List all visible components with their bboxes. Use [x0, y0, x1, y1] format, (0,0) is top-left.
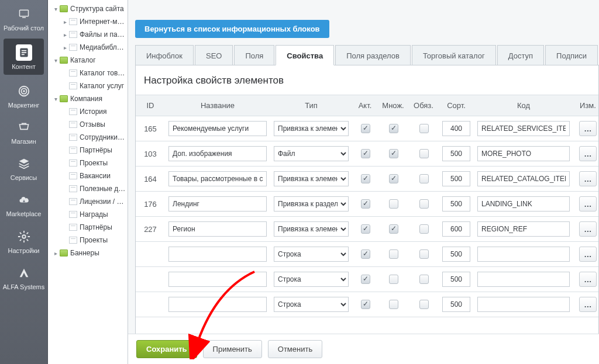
tree-node[interactable]: Награды — [49, 208, 128, 221]
save-button[interactable]: Сохранить — [136, 340, 197, 358]
back-to-list-button[interactable]: Вернуться в список информационных блоков — [135, 20, 329, 38]
req-checkbox[interactable] — [419, 249, 429, 259]
req-checkbox[interactable] — [419, 224, 429, 234]
sort-input[interactable] — [442, 247, 470, 262]
tree-node[interactable]: Партнёры — [49, 221, 128, 234]
tree-twist-icon[interactable]: ▾ — [51, 95, 60, 103]
code-input[interactable] — [477, 146, 570, 161]
tree-twist-icon[interactable]: ▾ — [51, 56, 60, 64]
act-checkbox[interactable] — [361, 224, 370, 234]
tree-twist-icon[interactable]: ▸ — [61, 30, 69, 39]
name-input[interactable] — [168, 247, 267, 262]
req-checkbox[interactable] — [419, 149, 429, 158]
type-select[interactable]: СтрокаФайлПривязка к элементамПривязка к… — [274, 297, 349, 312]
tree-node[interactable]: Отзывы — [49, 118, 128, 131]
tab-4[interactable]: Поля разделов — [335, 45, 411, 65]
tree-node[interactable]: ▾Компания — [49, 92, 128, 105]
sort-input[interactable] — [442, 121, 470, 136]
tree-node[interactable]: ▸Баннеры — [49, 247, 128, 259]
act-checkbox[interactable] — [361, 124, 370, 133]
tree-twist-icon[interactable]: ▾ — [51, 5, 60, 13]
req-checkbox[interactable] — [419, 275, 429, 284]
tab-2[interactable]: Поля — [234, 45, 274, 65]
nav-item-content[interactable]: Контент — [4, 39, 44, 75]
mult-checkbox[interactable] — [389, 249, 398, 259]
name-input[interactable] — [168, 146, 267, 161]
type-select[interactable]: СтрокаФайлПривязка к элементамПривязка к… — [274, 221, 349, 237]
name-input[interactable] — [168, 171, 267, 186]
name-input[interactable] — [168, 196, 267, 212]
act-checkbox[interactable] — [361, 275, 370, 284]
apply-button[interactable]: Применить — [203, 340, 262, 358]
nav-item-settings[interactable]: Настройки — [0, 223, 47, 259]
edit-button[interactable]: … — [579, 196, 597, 212]
nav-item-marketplace[interactable]: Marketplace — [0, 186, 47, 222]
req-checkbox[interactable] — [419, 300, 429, 309]
req-checkbox[interactable] — [419, 124, 429, 133]
edit-button[interactable]: … — [579, 272, 597, 287]
act-checkbox[interactable] — [361, 199, 370, 209]
tab-3[interactable]: Свойства — [276, 45, 334, 65]
edit-button[interactable]: … — [579, 297, 597, 312]
code-input[interactable] — [477, 272, 570, 287]
sort-input[interactable] — [442, 171, 470, 186]
act-checkbox[interactable] — [361, 300, 370, 309]
name-input[interactable] — [168, 297, 267, 312]
req-checkbox[interactable] — [419, 199, 429, 209]
tree-node[interactable]: Полезные документы — [49, 182, 128, 195]
act-checkbox[interactable] — [361, 149, 370, 158]
tab-5[interactable]: Торговый каталог — [412, 45, 496, 65]
tree-twist-icon[interactable]: ▸ — [51, 249, 60, 257]
name-input[interactable] — [168, 272, 267, 287]
tab-7[interactable]: Подписи — [545, 45, 598, 65]
tab-6[interactable]: Доступ — [497, 45, 544, 65]
nav-item-desktop[interactable]: Рабочий стол — [0, 0, 47, 36]
tree-twist-icon[interactable]: ▸ — [61, 18, 69, 26]
mult-checkbox[interactable] — [389, 224, 398, 234]
tree-node[interactable]: ▾Структура сайта — [49, 2, 128, 15]
tab-0[interactable]: Инфоблок — [135, 45, 194, 65]
edit-button[interactable]: … — [579, 247, 597, 262]
mult-checkbox[interactable] — [389, 300, 398, 309]
mult-checkbox[interactable] — [389, 149, 398, 158]
code-input[interactable] — [477, 171, 570, 186]
edit-button[interactable]: … — [579, 221, 597, 237]
type-select[interactable]: СтрокаФайлПривязка к элементамПривязка к… — [274, 247, 349, 262]
sort-input[interactable] — [442, 297, 470, 312]
nav-item-marketing[interactable]: Маркетинг — [0, 77, 47, 113]
tab-1[interactable]: SEO — [195, 45, 233, 65]
type-select[interactable]: СтрокаФайлПривязка к элементамПривязка к… — [274, 121, 349, 136]
tree-node[interactable]: ▸Интернет-магазин — [49, 15, 128, 28]
nav-item-shop[interactable]: Магазин — [0, 113, 47, 150]
type-select[interactable]: СтрокаФайлПривязка к элементамПривязка к… — [274, 146, 349, 161]
type-select[interactable]: СтрокаФайлПривязка к элементамПривязка к… — [274, 196, 349, 212]
edit-button[interactable]: … — [579, 121, 597, 136]
tree-node[interactable]: ▸Медиабиблиотека — [49, 41, 128, 54]
code-input[interactable] — [477, 297, 570, 312]
tree-node[interactable]: Проекты — [49, 157, 128, 169]
tree-node[interactable]: Партнёры — [49, 144, 128, 157]
mult-checkbox[interactable] — [389, 199, 398, 209]
sort-input[interactable] — [442, 146, 470, 161]
mult-checkbox[interactable] — [389, 275, 398, 284]
name-input[interactable] — [168, 121, 267, 136]
code-input[interactable] — [477, 247, 570, 262]
tree-node[interactable]: Вакансии — [49, 169, 128, 182]
req-checkbox[interactable] — [419, 174, 429, 183]
code-input[interactable] — [477, 221, 570, 237]
tree-node[interactable]: ▸Файлы и папки — [49, 28, 128, 41]
act-checkbox[interactable] — [361, 174, 370, 183]
edit-button[interactable]: … — [579, 171, 597, 186]
sort-input[interactable] — [442, 221, 470, 237]
type-select[interactable]: СтрокаФайлПривязка к элементамПривязка к… — [274, 272, 349, 287]
tree-node[interactable]: Каталог товаров — [49, 67, 128, 79]
mult-checkbox[interactable] — [389, 174, 398, 183]
type-select[interactable]: СтрокаФайлПривязка к элементамПривязка к… — [274, 171, 349, 186]
act-checkbox[interactable] — [361, 249, 370, 259]
name-input[interactable] — [168, 221, 267, 237]
mult-checkbox[interactable] — [389, 124, 398, 133]
code-input[interactable] — [477, 196, 570, 212]
tree-twist-icon[interactable]: ▸ — [61, 43, 69, 51]
tree-node[interactable]: Лицензии / сертификаты — [49, 195, 128, 208]
nav-item-services[interactable]: Сервисы — [0, 150, 47, 186]
